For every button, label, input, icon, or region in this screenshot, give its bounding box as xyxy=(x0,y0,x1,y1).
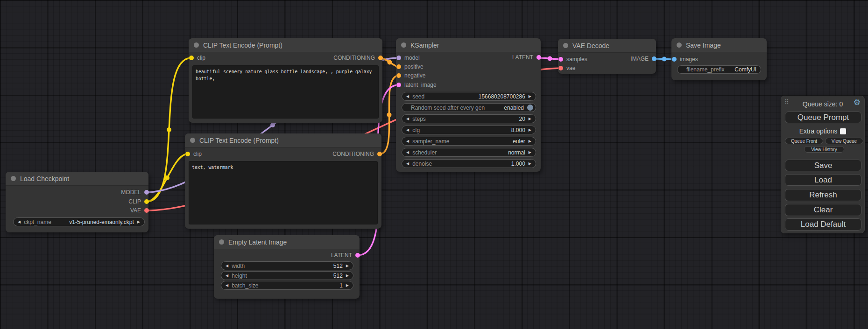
decrement-arrow-icon[interactable]: ◀ xyxy=(406,94,409,98)
widget-steps[interactable]: ◀ steps 20 ▶ xyxy=(402,114,536,123)
increment-arrow-icon[interactable]: ▶ xyxy=(529,94,531,98)
increment-arrow-icon[interactable]: ▶ xyxy=(346,264,349,268)
link-midpoint-dot xyxy=(167,127,171,132)
save-button[interactable]: Save xyxy=(785,160,861,171)
widget-filename-prefix[interactable]: filename_prefix ComfyUI xyxy=(677,65,761,74)
output-latent: LATENT xyxy=(512,54,541,61)
images-input-dot[interactable] xyxy=(672,57,677,62)
increment-arrow-icon[interactable]: ▶ xyxy=(137,220,140,224)
prompt-textarea[interactable]: text, watermark xyxy=(189,161,378,224)
node-collapse-dot[interactable] xyxy=(401,42,406,48)
decrement-arrow-icon[interactable]: ◀ xyxy=(406,139,409,143)
decrement-arrow-icon[interactable]: ◀ xyxy=(406,128,409,132)
node-collapse-dot[interactable] xyxy=(219,239,224,245)
widget-height[interactable]: ◀ height 512 ▶ xyxy=(221,271,353,280)
node-title-bar: Save Image xyxy=(671,38,767,52)
node-collapse-dot[interactable] xyxy=(190,138,195,143)
widget-width[interactable]: ◀ width 512 ▶ xyxy=(221,261,353,270)
queue-front-button[interactable]: Queue Front xyxy=(785,138,823,144)
queue-prompt-button[interactable]: Queue Prompt xyxy=(785,112,861,123)
clip-output-dot[interactable] xyxy=(144,199,149,204)
negative-input-dot[interactable] xyxy=(396,73,401,78)
node-title-bar: Empty Latent Image xyxy=(214,235,360,249)
latent-input-dot[interactable] xyxy=(396,83,401,87)
menu-panel: ⠿ Queue size: 0 ⚙ Queue Prompt Extra opt… xyxy=(781,96,865,233)
conditioning-output-dot[interactable] xyxy=(378,56,383,60)
input-latent-image: latent_image xyxy=(396,82,437,88)
prompt-textarea[interactable]: beautiful scenery nature glass bottle la… xyxy=(192,65,379,119)
vae-input-dot[interactable] xyxy=(558,66,563,70)
view-queue-button[interactable]: View Queue xyxy=(825,138,863,144)
model-output-dot[interactable] xyxy=(144,190,149,195)
comfyui-canvas[interactable]: { "colors": { "model": "#B39DDB", "clip"… xyxy=(0,0,868,329)
view-history-button[interactable]: View History xyxy=(804,146,844,153)
node-ksampler[interactable]: KSampler model positive negative latent_… xyxy=(396,38,541,172)
node-title: VAE Decode xyxy=(572,42,609,49)
node-collapse-dot[interactable] xyxy=(677,42,682,48)
node-title-bar: CLIP Text Encode (Prompt) xyxy=(189,38,382,52)
widget-random-seed[interactable]: Random seed after every gen enabled xyxy=(402,103,536,112)
load-button[interactable]: Load xyxy=(785,174,861,186)
output-model: MODEL xyxy=(121,189,149,196)
decrement-arrow-icon[interactable]: ◀ xyxy=(406,161,409,166)
node-title: CLIP Text Encode (Prompt) xyxy=(199,137,279,144)
toggle-circle-icon[interactable] xyxy=(527,105,533,111)
clip-input-dot[interactable] xyxy=(185,152,190,156)
increment-arrow-icon[interactable]: ▶ xyxy=(529,128,531,132)
latent-output-dot[interactable] xyxy=(355,253,360,258)
increment-arrow-icon[interactable]: ▶ xyxy=(529,117,531,121)
link-midpoint-dot xyxy=(387,112,392,117)
decrement-arrow-icon[interactable]: ◀ xyxy=(406,150,409,154)
clip-input-dot[interactable] xyxy=(189,56,194,60)
model-input-dot[interactable] xyxy=(396,56,401,60)
image-output-dot[interactable] xyxy=(652,56,656,61)
widget-sampler-name[interactable]: ◀ sampler_name euler ▶ xyxy=(402,137,536,146)
input-clip: clip xyxy=(185,151,202,157)
refresh-button[interactable]: Refresh xyxy=(785,189,861,201)
node-collapse-dot[interactable] xyxy=(563,43,568,48)
output-vae: VAE xyxy=(130,207,149,214)
clear-button[interactable]: Clear xyxy=(785,204,861,216)
node-collapse-dot[interactable] xyxy=(11,176,16,181)
widget-cfg[interactable]: ◀ cfg 8.000 ▶ xyxy=(402,126,536,134)
decrement-arrow-icon[interactable]: ◀ xyxy=(18,220,21,224)
node-collapse-dot[interactable] xyxy=(194,42,199,48)
increment-arrow-icon[interactable]: ▶ xyxy=(346,273,349,278)
conditioning-output-dot[interactable] xyxy=(377,152,382,156)
decrement-arrow-icon[interactable]: ◀ xyxy=(226,273,228,278)
node-title-bar: KSampler xyxy=(396,38,541,52)
latent-output-dot[interactable] xyxy=(536,55,541,60)
node-clip-text-encode-negative[interactable]: CLIP Text Encode (Prompt) clip CONDITION… xyxy=(185,133,381,229)
samples-input-dot[interactable] xyxy=(558,57,563,62)
input-clip: clip xyxy=(189,55,205,61)
input-positive: positive xyxy=(396,63,423,70)
link-midpoint-dot xyxy=(548,56,552,61)
link-midpoint-dot xyxy=(165,175,169,180)
widget-seed[interactable]: ◀ seed 156680208700286 ▶ xyxy=(402,92,536,101)
node-title: Load Checkpoint xyxy=(20,175,69,182)
widget-batch-size[interactable]: ◀ batch_size 1 ▶ xyxy=(221,281,353,290)
decrement-arrow-icon[interactable]: ◀ xyxy=(226,283,228,287)
node-title: KSampler xyxy=(410,42,439,49)
load-default-button[interactable]: Load Default xyxy=(785,218,861,231)
increment-arrow-icon[interactable]: ▶ xyxy=(529,139,531,143)
positive-input-dot[interactable] xyxy=(396,64,401,69)
node-load-checkpoint[interactable]: Load Checkpoint MODEL CLIP VAE ◀ ckpt_na… xyxy=(6,172,148,232)
decrement-arrow-icon[interactable]: ◀ xyxy=(226,264,228,268)
node-save-image[interactable]: Save Image images filename_prefix ComfyU… xyxy=(671,38,767,80)
node-vae-decode[interactable]: VAE Decode samples vae IMAGE xyxy=(558,39,656,74)
increment-arrow-icon[interactable]: ▶ xyxy=(529,161,531,166)
vae-output-dot[interactable] xyxy=(144,208,149,213)
increment-arrow-icon[interactable]: ▶ xyxy=(529,150,531,154)
extra-options-checkbox[interactable] xyxy=(840,128,846,134)
increment-arrow-icon[interactable]: ▶ xyxy=(346,283,349,287)
widget-scheduler[interactable]: ◀ scheduler normal ▶ xyxy=(402,148,536,157)
widget-denoise[interactable]: ◀ denoise 1.000 ▶ xyxy=(402,159,536,168)
settings-gear-icon[interactable]: ⚙ xyxy=(854,98,861,107)
node-clip-text-encode-positive[interactable]: CLIP Text Encode (Prompt) clip CONDITION… xyxy=(189,38,382,123)
link-midpoint-dot xyxy=(270,123,275,127)
node-empty-latent-image[interactable]: Empty Latent Image LATENT ◀ width 512 ▶ … xyxy=(214,235,360,299)
output-latent: LATENT xyxy=(331,252,360,259)
widget-ckpt-name[interactable]: ◀ ckpt_name v1-5-pruned-emaonly.ckpt ▶ xyxy=(13,217,145,226)
decrement-arrow-icon[interactable]: ◀ xyxy=(406,117,409,121)
